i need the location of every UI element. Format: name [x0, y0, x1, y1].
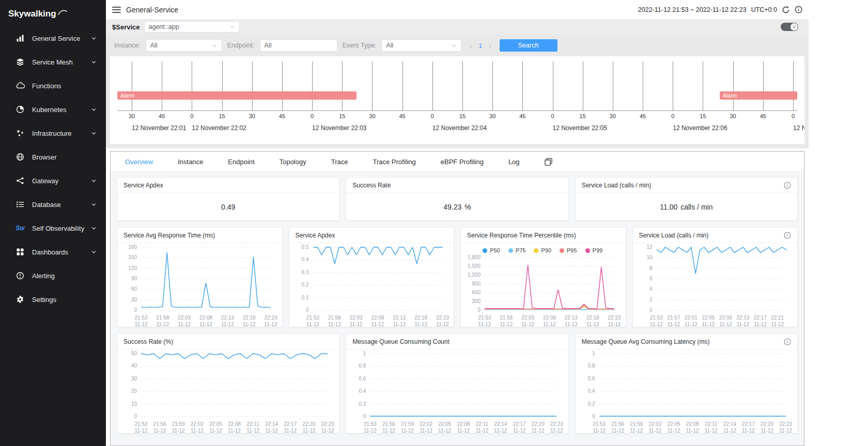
- sidebar-item-alerting[interactable]: Alerting: [0, 264, 106, 288]
- y-axis-label: 30: [120, 297, 137, 302]
- info-icon[interactable]: [784, 182, 791, 189]
- sidebar-item-service-mesh[interactable]: Service Mesh: [0, 50, 106, 74]
- chart-body: 00.20.40.60.8121:5311-1221:5611-1221:591…: [576, 349, 797, 433]
- sidebar-item-browser[interactable]: Browser: [0, 145, 106, 169]
- x-axis-label: 22:1311-12: [736, 315, 749, 327]
- alarm-event-bar[interactable]: Alarm: [117, 91, 357, 100]
- sidebar-item-general-service[interactable]: General Service: [0, 26, 106, 50]
- x-axis-label: 22:2011-12: [532, 421, 545, 434]
- prev-page-icon[interactable]: ‹: [470, 41, 472, 50]
- info-icon[interactable]: [784, 338, 791, 345]
- y-axis-label: 1,800: [464, 255, 481, 260]
- metric-card-service-apdex: Service Apdex0.49: [117, 177, 339, 221]
- y-axis-label: 600: [464, 290, 481, 295]
- x-axis-label: 22:1111-12: [705, 421, 718, 434]
- x-axis-label: 22:1811-12: [414, 315, 427, 327]
- legend-item-p95[interactable]: P95: [560, 247, 577, 253]
- time-range[interactable]: 2022-11-12 21:53 ~ 2022-11-12 22:23: [638, 6, 747, 13]
- timezone[interactable]: UTC+0:0: [751, 6, 777, 13]
- metric-number: 49.23: [443, 203, 461, 211]
- tab-endpoint[interactable]: Endpoint: [228, 158, 254, 166]
- refresh-icon[interactable]: [782, 6, 790, 14]
- info-icon[interactable]: [784, 232, 791, 239]
- instance-select-value: All: [150, 42, 158, 49]
- tab-trace-profiling[interactable]: Trace Profiling: [373, 158, 415, 166]
- event-type-label: Event Type:: [343, 42, 377, 49]
- x-axis-label: 21:5911-12: [630, 421, 643, 434]
- tab-trace[interactable]: Trace: [331, 158, 348, 166]
- tab-log[interactable]: Log: [508, 158, 520, 166]
- topbar: General-Service 2022-11-12 21:53 ~ 2022-…: [106, 0, 809, 19]
- sidebar-item-self-observability[interactable]: SwSelf Observability: [0, 216, 106, 240]
- x-axis-label: 22:1711-12: [284, 421, 297, 434]
- metric-unit: %: [464, 203, 471, 211]
- legend-item-p99[interactable]: P99: [585, 247, 603, 253]
- legend-item-p90[interactable]: P90: [534, 247, 551, 253]
- grid-icon: [16, 247, 25, 257]
- chevron-down-icon: [91, 107, 97, 113]
- version-toggle[interactable]: V: [781, 23, 798, 31]
- sidebar-item-database[interactable]: Database: [0, 193, 106, 216]
- tab-ebpf-profiling[interactable]: eBPF Profiling: [441, 158, 484, 166]
- info-icon[interactable]: [795, 6, 802, 13]
- skywalking-logo[interactable]: Skywalking: [0, 0, 106, 26]
- timeline-tick: 30: [369, 113, 375, 119]
- sidebar-item-label: Kubernetes: [32, 106, 67, 114]
- chart-legend: P50P75P90P95P99: [464, 245, 622, 256]
- alarm-event-bar[interactable]: Alarm: [720, 91, 797, 100]
- metric-number: 0.49: [221, 203, 235, 211]
- y-axis-label: 900: [464, 281, 481, 286]
- chart-body: 02468101221:5311-1221:5711-1222:0111-122…: [633, 243, 798, 327]
- y-axis-label: 0.8: [579, 363, 595, 369]
- logo-swoosh-icon: [58, 9, 67, 16]
- instance-label: Instance:: [114, 42, 141, 49]
- y-axis-label: 40: [120, 363, 137, 369]
- timeline-date-labels: 12 November 22:0112 November 22:0212 Nov…: [132, 124, 793, 133]
- timeline-tick: 15: [219, 113, 225, 119]
- metric-unit: calls / min: [680, 203, 712, 211]
- widget-title: Success Rate: [352, 182, 391, 189]
- next-page-icon[interactable]: ›: [489, 41, 491, 50]
- sidebar-item-functions[interactable]: Functions: [0, 74, 106, 98]
- y-axis-label: 0.6: [349, 376, 366, 381]
- x-axis-label: 21:5311-12: [134, 315, 147, 327]
- timeline-gridlines: [132, 61, 793, 110]
- event-type-select[interactable]: All: [381, 39, 461, 52]
- timeline-tick-labels: 3045015304501530450153045015304501530450: [132, 113, 793, 121]
- x-axis-label: 21:5311-12: [306, 315, 319, 327]
- chart-plot: 01020304050: [120, 352, 335, 420]
- sidebar-item-settings[interactable]: Settings: [0, 288, 106, 311]
- x-axis-label: 22:1411-12: [265, 421, 278, 434]
- widget-title: Message Queue Consuming Count: [352, 338, 449, 345]
- tab-instance[interactable]: Instance: [178, 158, 203, 166]
- sidebar-item-dashboards[interactable]: Dashboards: [0, 240, 106, 264]
- metric-value: 0.49: [117, 193, 339, 220]
- legend-label: P75: [516, 247, 526, 253]
- legend-dot: [483, 248, 487, 253]
- event-type-select-value: All: [386, 42, 393, 49]
- endpoint-input[interactable]: All: [260, 39, 337, 52]
- sidebar-item-infrastructure[interactable]: Infrastructure: [0, 121, 106, 145]
- legend-item-p50[interactable]: P50: [483, 247, 500, 253]
- timeline-tick: 45: [760, 113, 766, 119]
- sidebar-item-kubernetes[interactable]: Kubernetes: [0, 98, 106, 121]
- events-section: Instance: All Endpoint: All Event Type: …: [106, 35, 809, 148]
- page-number[interactable]: 1: [478, 42, 482, 50]
- sidebar-item-gateway[interactable]: Gateway: [0, 169, 106, 193]
- toggle-knob: V: [791, 23, 798, 30]
- service-select[interactable]: agent::app: [144, 21, 240, 33]
- search-button[interactable]: Search: [500, 39, 557, 52]
- tab-topology[interactable]: Topology: [280, 158, 306, 166]
- dashboard-tabs: OverviewInstanceEndpointTopologyTraceTra…: [111, 152, 804, 171]
- tab-overview[interactable]: Overview: [125, 158, 153, 166]
- y-axis-label: 120: [120, 266, 137, 271]
- y-axis-label: 8: [636, 266, 653, 271]
- instance-select[interactable]: All: [146, 39, 222, 52]
- charts-row-2: Success Rate (%)0102030405021:5311-1221:…: [117, 333, 798, 434]
- chevron-down-icon: [91, 131, 97, 136]
- y-axis-label: 1,500: [464, 264, 481, 269]
- legend-item-p75[interactable]: P75: [508, 247, 526, 253]
- menu-toggle-icon[interactable]: [112, 6, 121, 13]
- widget-gallery-icon[interactable]: [545, 158, 552, 166]
- y-axis-label: 0.5: [292, 245, 309, 250]
